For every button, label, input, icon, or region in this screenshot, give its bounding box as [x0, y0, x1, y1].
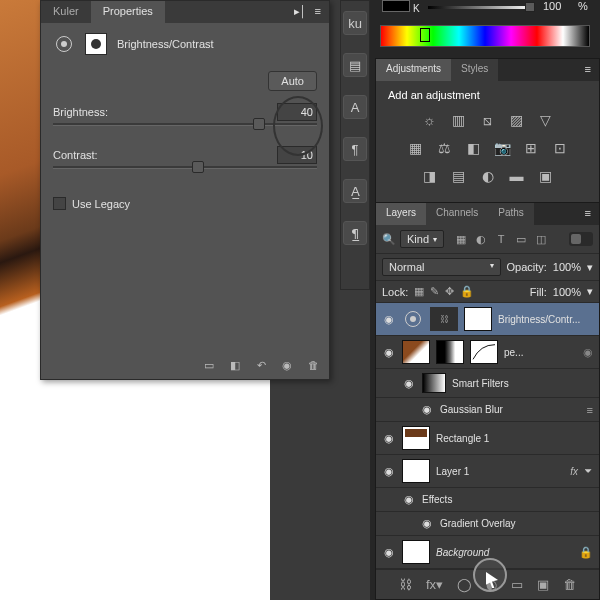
- eye-icon[interactable]: [420, 403, 434, 417]
- adj-gradient-icon[interactable]: ▬: [507, 167, 527, 185]
- eye-icon[interactable]: [382, 464, 396, 478]
- layer-thumb[interactable]: [402, 426, 430, 450]
- view-previous-icon[interactable]: ◧: [227, 357, 243, 373]
- tab-styles[interactable]: Styles: [451, 59, 498, 81]
- adjustment-add-icon[interactable]: ◐: [486, 577, 497, 592]
- layer-gradient-overlay[interactable]: Gradient Overlay: [376, 512, 599, 536]
- layer-thumb[interactable]: [402, 459, 430, 483]
- eye-icon[interactable]: [382, 431, 396, 445]
- layer-gaussian-blur[interactable]: Gaussian Blur ≡: [376, 398, 599, 422]
- legacy-checkbox[interactable]: [53, 197, 66, 210]
- tab-channels[interactable]: Channels: [426, 203, 488, 225]
- eye-icon[interactable]: [382, 345, 396, 359]
- group-icon[interactable]: ▭: [511, 577, 523, 592]
- adj-hue-icon[interactable]: ▦: [405, 139, 425, 157]
- panel-menu-icon[interactable]: ≡: [315, 5, 321, 19]
- layer-1[interactable]: Layer 1 fx ⏷: [376, 455, 599, 488]
- layer-label[interactable]: Gradient Overlay: [440, 518, 593, 529]
- eye-icon[interactable]: [402, 493, 416, 507]
- adj-mixer-icon[interactable]: ⊞: [521, 139, 541, 157]
- link-icon[interactable]: ⛓: [430, 307, 458, 331]
- layer-label[interactable]: pe...: [504, 347, 577, 358]
- layer-rectangle[interactable]: Rectangle 1: [376, 422, 599, 455]
- fx-badge[interactable]: fx: [570, 466, 578, 477]
- layer-label[interactable]: Smart Filters: [452, 378, 593, 389]
- lock-brush-icon[interactable]: ✎: [430, 285, 439, 298]
- visibility-icon[interactable]: ◉: [279, 357, 295, 373]
- new-layer-icon[interactable]: ▣: [537, 577, 549, 592]
- mask-icon[interactable]: [85, 33, 107, 55]
- layer-smart-object[interactable]: pe... ◉: [376, 336, 599, 369]
- filter-mask-thumb[interactable]: [470, 340, 498, 364]
- adj-invert-icon[interactable]: ◨: [420, 167, 440, 185]
- eye-icon[interactable]: [420, 517, 434, 531]
- fill-value[interactable]: 100%: [553, 286, 581, 298]
- contrast-thumb[interactable]: [192, 161, 204, 173]
- layer-label[interactable]: Rectangle 1: [436, 433, 593, 444]
- layer-background[interactable]: Background 🔒: [376, 536, 599, 569]
- opacity-value[interactable]: 100%: [553, 261, 581, 273]
- adj-selective-icon[interactable]: ▣: [536, 167, 556, 185]
- adj-posterize-icon[interactable]: ▤: [449, 167, 469, 185]
- layer-label[interactable]: Background: [436, 547, 573, 558]
- adj-menu-icon[interactable]: ≡: [577, 59, 599, 81]
- layer-smart-filters[interactable]: Smart Filters: [376, 369, 599, 398]
- filter-shape-icon[interactable]: ▭: [514, 232, 528, 246]
- eye-icon[interactable]: [382, 312, 396, 326]
- tool-parastyle-icon[interactable]: ¶̲: [343, 221, 367, 245]
- eye-icon[interactable]: [382, 545, 396, 559]
- contrast-input[interactable]: [277, 146, 317, 164]
- adj-photo-icon[interactable]: 📷: [492, 139, 512, 157]
- layer-thumb[interactable]: [402, 340, 430, 364]
- clip-icon[interactable]: ▭: [201, 357, 217, 373]
- adj-threshold-icon[interactable]: ◐: [478, 167, 498, 185]
- filter-type-icon[interactable]: T: [494, 232, 508, 246]
- mask-add-icon[interactable]: ◯: [457, 577, 472, 592]
- layer-label[interactable]: Layer 1: [436, 466, 564, 477]
- brightness-slider[interactable]: [53, 123, 317, 126]
- lock-move-icon[interactable]: ✥: [445, 285, 454, 298]
- filter-adj-icon[interactable]: ◐: [474, 232, 488, 246]
- tab-paths[interactable]: Paths: [488, 203, 534, 225]
- adj-lookup-icon[interactable]: ⊡: [550, 139, 570, 157]
- layer-label[interactable]: Gaussian Blur: [440, 404, 581, 415]
- fill-chevron-icon[interactable]: ▾: [587, 285, 593, 298]
- brightness-thumb[interactable]: [253, 118, 265, 130]
- k-value[interactable]: 100: [543, 0, 573, 12]
- layer-mask-thumb[interactable]: [436, 340, 464, 364]
- fx-menu-icon[interactable]: fx▾: [426, 577, 443, 592]
- filter-toggle[interactable]: [569, 232, 593, 246]
- k-slider[interactable]: [428, 6, 532, 9]
- auto-button[interactable]: Auto: [268, 71, 317, 91]
- tool-history-icon[interactable]: ▤: [343, 53, 367, 77]
- tool-char-icon[interactable]: A: [343, 95, 367, 119]
- adj-vibrance-icon[interactable]: ▽: [536, 111, 556, 129]
- filter-pixel-icon[interactable]: ▦: [454, 232, 468, 246]
- layer-label[interactable]: Brightness/Contr...: [498, 314, 593, 325]
- layer-label[interactable]: Effects: [422, 494, 593, 505]
- eye-icon[interactable]: [402, 376, 416, 390]
- layer-effects[interactable]: Effects: [376, 488, 599, 512]
- blend-mode-select[interactable]: Normal: [382, 258, 501, 276]
- k-slider-thumb[interactable]: [525, 2, 535, 12]
- adj-brightness-icon[interactable]: ☼: [420, 111, 440, 129]
- filter-smart-icon[interactable]: ◫: [534, 232, 548, 246]
- delete-layer-icon[interactable]: 🗑: [563, 577, 576, 592]
- tool-paragraph-icon[interactable]: ¶: [343, 137, 367, 161]
- adj-bw-icon[interactable]: ◧: [463, 139, 483, 157]
- spectrum-cursor[interactable]: [420, 28, 430, 42]
- tab-kuler[interactable]: Kuler: [41, 1, 91, 23]
- layers-menu-icon[interactable]: ≡: [585, 207, 591, 221]
- adj-exposure-icon[interactable]: ▨: [507, 111, 527, 129]
- contrast-slider[interactable]: [53, 166, 317, 169]
- tab-adjustments[interactable]: Adjustments: [376, 59, 451, 81]
- brightness-input[interactable]: [277, 103, 317, 121]
- spectrum-bar[interactable]: [380, 25, 590, 47]
- layer-thumb[interactable]: [422, 373, 446, 393]
- lock-trans-icon[interactable]: ▦: [414, 285, 424, 298]
- tab-properties[interactable]: Properties: [91, 1, 165, 23]
- adj-curves-icon[interactable]: ⧅: [478, 111, 498, 129]
- layer-brightness-contrast[interactable]: ⛓ Brightness/Contr...: [376, 303, 599, 336]
- fg-swatch[interactable]: [382, 0, 410, 12]
- fx-chevron-icon[interactable]: ⏷: [584, 466, 593, 476]
